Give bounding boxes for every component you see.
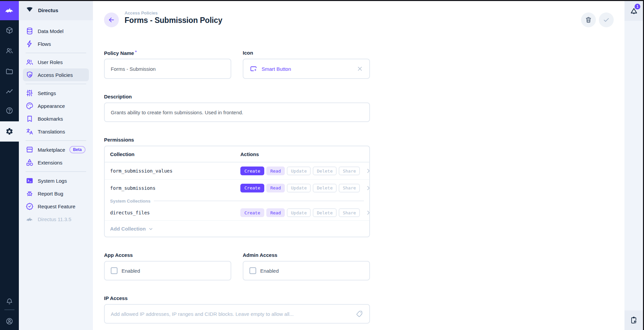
add-collection-button[interactable]: Add Collection — [105, 220, 369, 237]
version-info: Directus 11.3.5 — [23, 213, 89, 226]
action-chip-read[interactable]: Read — [266, 208, 285, 217]
account-button[interactable] — [0, 312, 19, 330]
collection-name: form_submissions — [110, 185, 240, 191]
required-asterisk: * — [135, 50, 137, 55]
action-chip-delete[interactable]: Delete — [313, 167, 337, 175]
action-chip-update[interactable]: Update — [287, 184, 311, 192]
admin-access-label: Admin Access — [243, 252, 370, 259]
description-input[interactable] — [111, 110, 363, 115]
remove-collection-icon[interactable] — [366, 168, 370, 174]
remove-collection-icon[interactable] — [366, 185, 370, 191]
arrow-left-icon — [108, 16, 115, 24]
sidebar-item-bookmarks[interactable]: Bookmarks — [23, 112, 89, 125]
policy-name-field — [104, 59, 231, 79]
action-chip-update[interactable]: Update — [287, 208, 311, 217]
clear-icon[interactable] — [357, 65, 363, 72]
smart-button-icon — [249, 65, 258, 73]
action-chip-read[interactable]: Read — [266, 167, 285, 175]
sidebar-item-user-roles[interactable]: User Roles — [23, 56, 89, 68]
icon-label: Icon — [243, 50, 370, 57]
translate-icon — [26, 127, 34, 136]
toolbar — [581, 12, 614, 27]
project-header[interactable]: Directus — [19, 0, 93, 20]
notifications-bell-button[interactable] — [0, 292, 19, 311]
app-access-field: Enabled — [104, 261, 231, 280]
policy-form: Policy Name* Icon Smart Button Descripti… — [104, 50, 370, 324]
directus-logo[interactable] — [0, 0, 19, 20]
system-collections-label: System Collections — [110, 199, 150, 204]
tune-icon — [26, 89, 34, 97]
action-chip-read[interactable]: Read — [266, 184, 285, 192]
action-chip-create[interactable]: Create — [240, 167, 264, 175]
save-button[interactable] — [599, 12, 614, 27]
sidebar-item-request-feature[interactable]: Request Feature — [23, 200, 89, 213]
action-chip-delete[interactable]: Delete — [313, 208, 337, 217]
action-chip-delete[interactable]: Delete — [313, 184, 337, 192]
sidebar-divider — [26, 171, 86, 172]
sidebar-item-access-policies[interactable]: Access Policies — [23, 68, 89, 81]
sidebar-item-flows[interactable]: Flows — [23, 37, 89, 50]
check-icon — [603, 16, 610, 24]
sidebar-item-settings[interactable]: Settings — [23, 87, 89, 99]
sidebar-item-marketplace[interactable]: Marketplace Beta — [23, 143, 89, 156]
collection-name: form_submission_values — [110, 168, 240, 174]
chevron-down-icon — [148, 226, 154, 232]
page-title: Forms - Submission Policy — [125, 16, 222, 25]
policy-name-input[interactable] — [111, 66, 225, 72]
module-docs-button[interactable] — [0, 101, 19, 120]
palette-icon — [26, 102, 34, 110]
policy-name-label: Policy Name* — [104, 50, 231, 57]
trash-icon — [585, 16, 592, 24]
permissions-table-header: Collection Actions — [105, 146, 369, 162]
column-header-collection: Collection — [110, 151, 240, 157]
icon-field[interactable]: Smart Button — [243, 59, 370, 79]
admin-access-checkbox[interactable] — [249, 267, 256, 274]
permission-row: form_submission_valuesCreateReadUpdateDe… — [105, 162, 369, 179]
action-chip-share[interactable]: Share — [339, 208, 360, 217]
collection-name: directus_files — [110, 210, 240, 215]
permissions-label: Permissions — [104, 137, 370, 144]
delete-button[interactable] — [581, 12, 596, 27]
action-chip-create[interactable]: Create — [240, 184, 264, 192]
action-chip-share[interactable]: Share — [339, 184, 360, 192]
tag-icon[interactable] — [356, 310, 363, 318]
module-files-button[interactable] — [0, 62, 19, 81]
sidebar-item-data-model[interactable]: Data Model — [23, 25, 89, 37]
clipboard-clock-icon — [630, 316, 638, 324]
new-releases-icon — [26, 202, 34, 210]
settings-sidebar: Directus Data Model Flows User Roles Acc… — [19, 0, 93, 330]
module-settings-button[interactable] — [0, 121, 19, 142]
bookmark-icon — [26, 115, 34, 123]
notification-count-badge: 1 — [635, 4, 640, 9]
admin-access-checkbox-label: Enabled — [260, 268, 279, 274]
action-chip-update[interactable]: Update — [287, 167, 311, 175]
window-top-edge — [0, 0, 644, 1]
app-access-checkbox[interactable] — [111, 267, 117, 274]
main-content: Access Policies Forms - Submission Polic… — [93, 1, 624, 330]
module-insights-button[interactable] — [0, 82, 19, 101]
notifications-drawer-button[interactable]: 1 — [624, 1, 643, 21]
action-chip-share[interactable]: Share — [339, 167, 360, 175]
action-chip-create[interactable]: Create — [240, 208, 264, 217]
description-label: Description — [104, 94, 370, 100]
module-content-button[interactable] — [0, 21, 19, 40]
permission-row: form_submissionsCreateReadUpdateDeleteSh… — [105, 179, 369, 196]
column-header-actions: Actions — [240, 151, 259, 157]
remove-collection-icon[interactable] — [366, 209, 370, 216]
sidebar-item-system-logs[interactable]: System Logs — [23, 174, 89, 187]
module-users-button[interactable] — [0, 41, 19, 60]
sidebar-item-appearance[interactable]: Appearance — [23, 99, 89, 112]
back-button[interactable] — [104, 12, 119, 27]
permission-row: directus_filesCreateReadUpdateDeleteShar… — [105, 205, 369, 220]
ip-access-input[interactable] — [111, 311, 356, 317]
sidebar-item-extensions[interactable]: Extensions — [23, 156, 89, 169]
database-icon — [26, 27, 34, 35]
project-icon — [26, 6, 34, 14]
sidebar-item-translations[interactable]: Translations — [23, 125, 89, 138]
sidebar-divider — [26, 84, 86, 84]
sidebar-item-report-bug[interactable]: Report Bug — [23, 187, 89, 200]
activity-log-button[interactable] — [624, 310, 643, 330]
admin-access-field: Enabled — [243, 261, 370, 280]
storefront-icon — [26, 146, 34, 154]
breadcrumb: Access Policies — [125, 10, 222, 16]
